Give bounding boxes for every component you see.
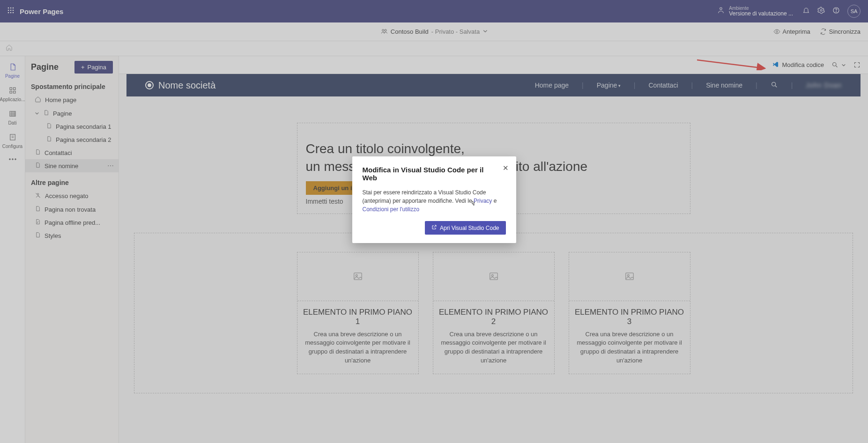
open-vscode-button[interactable]: Apri Visual Studio Code — [425, 221, 506, 235]
close-icon[interactable]: ✕ — [503, 164, 509, 172]
privacy-link[interactable]: Privacy — [474, 198, 492, 204]
terms-link[interactable]: Condizioni per l'utilizzo — [363, 206, 420, 213]
modal-body: Stai per essere reindirizzato a Visual S… — [363, 188, 506, 214]
modal-overlay: Modifica in Visual Studio Code per il We… — [0, 0, 868, 443]
external-link-icon — [431, 224, 437, 231]
modal-title: Modifica in Visual Studio Code per il We… — [363, 166, 506, 182]
vscode-modal: Modifica in Visual Studio Code per il We… — [352, 156, 516, 243]
